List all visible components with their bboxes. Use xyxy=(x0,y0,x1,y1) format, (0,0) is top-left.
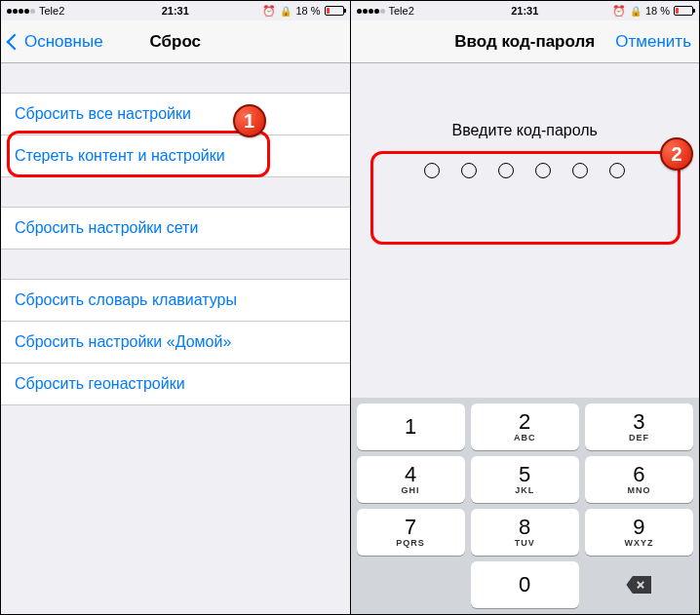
key-2[interactable]: 2ABC xyxy=(471,404,579,450)
back-button[interactable]: Основные xyxy=(9,32,103,52)
chevron-left-icon xyxy=(7,33,23,50)
navbar: Ввод код-пароля Отменить xyxy=(351,20,700,63)
battery-icon xyxy=(674,6,693,16)
list-group: Сбросить настройки сети xyxy=(1,207,350,250)
list-group: Сбросить все настройки Стереть контент и… xyxy=(1,93,350,177)
status-time: 21:31 xyxy=(511,5,538,17)
battery-icon xyxy=(325,6,344,16)
backspace-icon xyxy=(626,576,651,594)
alarm-icon: ⏰ xyxy=(262,5,276,18)
page-title: Сброс xyxy=(149,32,201,52)
navbar: Основные Сброс xyxy=(1,20,350,63)
reset-list: Сбросить все настройки Стереть контент и… xyxy=(1,63,350,614)
step-badge-1: 1 xyxy=(233,104,266,137)
reset-keyboard-dictionary[interactable]: Сбросить словарь клавиатуры xyxy=(1,280,350,322)
erase-content-settings[interactable]: Стереть контент и настройки xyxy=(1,135,350,176)
key-8[interactable]: 8TUV xyxy=(471,509,579,556)
numeric-keypad: 1 2ABC 3DEF 4GHI 5JKL 6MNO 7PQRS 8TUV 9W… xyxy=(351,398,700,614)
key-backspace[interactable] xyxy=(585,561,693,608)
orientation-lock-icon: 🔒 xyxy=(630,6,642,17)
step-badge-2: 2 xyxy=(660,137,693,171)
key-7[interactable]: 7PQRS xyxy=(357,509,465,556)
pin-dot xyxy=(609,163,625,178)
pin-dot xyxy=(461,163,477,178)
battery-percent: 18 % xyxy=(645,5,670,17)
cancel-button[interactable]: Отменить xyxy=(615,32,691,52)
list-group: Сбросить словарь клавиатуры Сбросить нас… xyxy=(1,279,350,405)
reset-location-settings[interactable]: Сбросить геонастройки xyxy=(1,364,350,404)
key-0[interactable]: 0 xyxy=(471,561,579,608)
signal-icon xyxy=(7,9,35,14)
right-screen: Tele2 21:31 ⏰ 🔒 18 % Ввод код-пароля Отм… xyxy=(351,1,700,614)
page-title: Ввод код-пароля xyxy=(454,32,595,52)
reset-network-settings[interactable]: Сбросить настройки сети xyxy=(1,208,350,249)
status-bar: Tele2 21:31 ⏰ 🔒 18 % xyxy=(351,1,700,20)
key-6[interactable]: 6MNO xyxy=(585,456,693,503)
key-blank xyxy=(357,561,465,608)
orientation-lock-icon: 🔒 xyxy=(280,6,292,17)
status-bar: Tele2 21:31 ⏰ 🔒 18 % xyxy=(1,1,350,20)
battery-percent: 18 % xyxy=(295,5,320,17)
left-screen: Tele2 21:31 ⏰ 🔒 18 % Основные Сброс Сбро… xyxy=(1,1,351,614)
carrier-label: Tele2 xyxy=(39,5,64,17)
pin-dot xyxy=(535,163,551,178)
key-1[interactable]: 1 xyxy=(357,404,465,450)
pin-dot xyxy=(498,163,514,178)
passcode-content: Введите код-пароль xyxy=(351,63,700,398)
pin-dot xyxy=(424,163,440,178)
key-3[interactable]: 3DEF xyxy=(585,404,693,450)
status-time: 21:31 xyxy=(162,5,189,17)
signal-icon xyxy=(357,9,385,14)
back-label: Основные xyxy=(24,32,103,52)
reset-all-settings[interactable]: Сбросить все настройки xyxy=(1,94,350,135)
pin-dot xyxy=(572,163,588,178)
key-5[interactable]: 5JKL xyxy=(471,456,579,503)
passcode-prompt: Введите код-пароль xyxy=(370,122,681,139)
passcode-dots xyxy=(370,163,681,178)
key-4[interactable]: 4GHI xyxy=(357,456,465,503)
key-9[interactable]: 9WXYZ xyxy=(585,509,693,556)
reset-home-layout[interactable]: Сбросить настройки «Домой» xyxy=(1,322,350,364)
carrier-label: Tele2 xyxy=(389,5,414,17)
alarm-icon: ⏰ xyxy=(612,5,626,18)
